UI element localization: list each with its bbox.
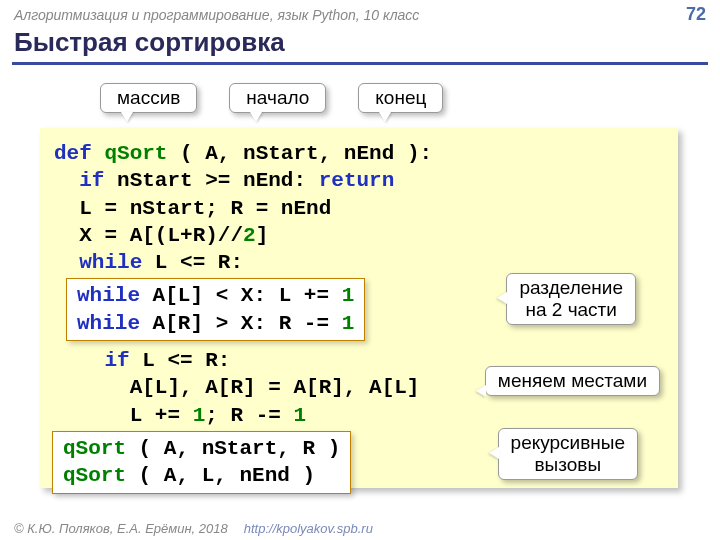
slide-number: 72: [686, 4, 706, 25]
label-split: разделение на 2 части: [506, 273, 636, 325]
label-end: конец: [358, 83, 443, 113]
title-rule: [12, 62, 708, 65]
recursive-calls-box: qSort ( A, nStart, R ) qSort ( A, L, nEn…: [52, 431, 351, 494]
breadcrumb: Алгоритмизация и программирование, язык …: [14, 7, 419, 23]
label-start: начало: [229, 83, 326, 113]
page-title: Быстрая сортировка: [0, 25, 720, 62]
param-labels-row: массив начало конец: [100, 83, 720, 113]
label-swap: меняем местами: [485, 366, 660, 396]
copyright: © К.Ю. Поляков, Е.А. Ерёмин, 2018: [14, 521, 228, 536]
label-array: массив: [100, 83, 197, 113]
label-recurse: рекурсивные вызовы: [498, 428, 638, 480]
footer: © К.Ю. Поляков, Е.А. Ерёмин, 2018 http:/…: [14, 521, 373, 536]
inner-loop-box: while A[L] < X: L += 1 while A[R] > X: R…: [66, 278, 365, 341]
footer-url: http://kpolyakov.spb.ru: [244, 521, 373, 536]
